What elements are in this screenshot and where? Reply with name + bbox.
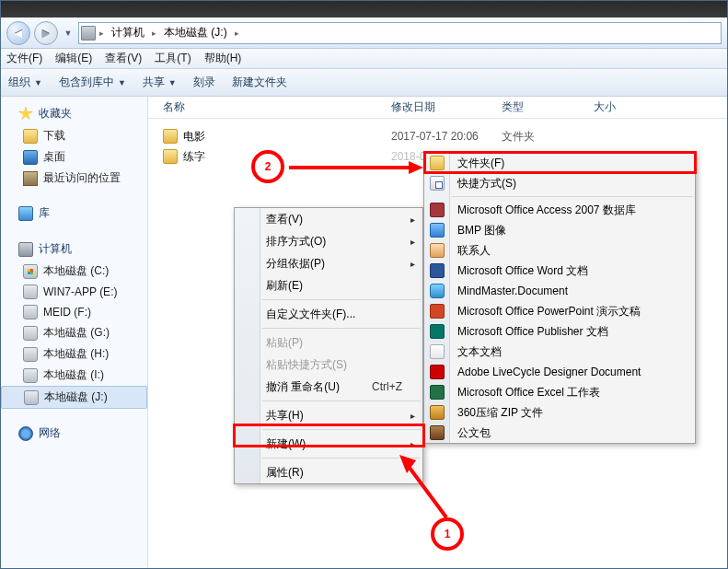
sidebar-recent[interactable]: 最近访问的位置 (1, 168, 147, 189)
sidebar-network[interactable]: ▾网络 (1, 422, 147, 445)
toolbar-burn[interactable]: 刻录 (193, 75, 215, 90)
sidebar-drive-c[interactable]: 本地磁盘 (C:) (1, 261, 147, 282)
menubar: 文件(F) 编辑(E) 查看(V) 工具(T) 帮助(H) (1, 49, 727, 69)
file-row[interactable]: 电影 2017-07-17 20:06 文件夹 (148, 126, 727, 146)
bmp-icon (430, 223, 445, 238)
toolbar: 组织▼ 包含到库中▼ 共享▼ 刻录 新建文件夹 (1, 69, 727, 97)
breadcrumb-drive[interactable]: 本地磁盘 (J:) (160, 25, 231, 41)
menu-tools[interactable]: 工具(T) (155, 51, 191, 66)
ctx-sort[interactable]: 排序方式(O) (235, 230, 422, 252)
sidebar-computer[interactable]: ▾计算机 (1, 238, 147, 261)
excel-icon (430, 385, 445, 400)
menu-view[interactable]: 查看(V) (105, 51, 142, 66)
navbar: ◄ ► ▼ ▸ 计算机 ▸ 本地磁盘 (J:) ▸ (1, 17, 727, 49)
context-menu-main: 查看(V) 排序方式(O) 分组依据(P) 刷新(E) 自定义文件夹(F)...… (234, 207, 423, 484)
ctx-properties[interactable]: 属性(R) (235, 461, 422, 483)
ctx-new-excel[interactable]: Microsoft Office Excel 工作表 (424, 382, 695, 402)
toolbar-include[interactable]: 包含到库中▼ (59, 75, 126, 90)
ctx-new-mindmaster[interactable]: MindMaster.Document (424, 281, 695, 301)
toolbar-share[interactable]: 共享▼ (143, 75, 177, 90)
drive-icon (23, 347, 38, 362)
col-date[interactable]: 修改日期 (391, 99, 502, 115)
drive-icon (81, 26, 96, 41)
ctx-new-briefcase[interactable]: 公文包 (424, 423, 695, 443)
sidebar-drive-j[interactable]: 本地磁盘 (J:) (1, 386, 147, 409)
breadcrumb-sep: ▸ (152, 29, 156, 38)
contact-icon (430, 243, 445, 258)
drive-icon (23, 264, 38, 279)
desktop-icon (23, 150, 38, 165)
recent-icon (23, 171, 38, 186)
toolbar-newfolder[interactable]: 新建文件夹 (232, 75, 287, 90)
mindmaster-icon (430, 284, 445, 298)
folder-icon (430, 156, 445, 170)
breadcrumb-computer[interactable]: 计算机 (108, 25, 148, 41)
library-icon (18, 206, 33, 221)
ctx-new-folder[interactable]: 文件夹(F) (424, 153, 695, 173)
sidebar-favorites[interactable]: ▾收藏夹 (1, 102, 147, 125)
context-menu-new: 文件夹(F) 快捷方式(S) Microsoft Office Access 2… (423, 152, 696, 444)
drive-icon (23, 368, 38, 383)
menu-file[interactable]: 文件(F) (6, 51, 42, 66)
sidebar: ▾收藏夹 下载 桌面 最近访问的位置 ▾库 ▾计算机 本地磁盘 (C:) WIN… (1, 97, 148, 568)
folder-icon (163, 129, 178, 144)
sidebar-drive-g[interactable]: 本地磁盘 (G:) (1, 322, 147, 343)
menu-edit[interactable]: 编辑(E) (55, 51, 92, 66)
ctx-paste: 粘贴(P) (235, 331, 422, 354)
ctx-new-access[interactable]: Microsoft Office Access 2007 数据库 (424, 200, 695, 220)
back-button[interactable]: ◄ (6, 21, 30, 45)
sidebar-drive-e[interactable]: WIN7-APP (E:) (1, 282, 147, 302)
drive-icon (23, 305, 38, 319)
sidebar-libraries[interactable]: ▾库 (1, 202, 147, 225)
col-size[interactable]: 大小 (594, 99, 727, 115)
ppt-icon (430, 304, 445, 319)
sidebar-desktop[interactable]: 桌面 (1, 146, 147, 168)
ctx-new-adobe[interactable]: Adobe LiveCycle Designer Document (424, 362, 695, 382)
sidebar-drive-f[interactable]: MEID (F:) (1, 302, 147, 322)
folder-icon (23, 129, 38, 144)
breadcrumb-sep: ▸ (235, 29, 239, 38)
sidebar-drive-h[interactable]: 本地磁盘 (H:) (1, 343, 147, 365)
ctx-view[interactable]: 查看(V) (235, 208, 422, 230)
folder-icon (163, 149, 178, 164)
ctx-new-txt[interactable]: 文本文档 (424, 342, 695, 362)
sidebar-downloads[interactable]: 下载 (1, 125, 147, 146)
zip-icon (430, 405, 445, 420)
col-type[interactable]: 类型 (502, 99, 594, 115)
network-icon (18, 426, 33, 441)
ctx-new-zip[interactable]: 360压缩 ZIP 文件 (424, 402, 695, 423)
ctx-undo[interactable]: 撤消 重命名(U)Ctrl+Z (235, 376, 422, 398)
toolbar-organize[interactable]: 组织▼ (8, 75, 42, 90)
word-icon (430, 263, 445, 278)
drive-icon (24, 390, 39, 405)
titlebar (1, 1, 727, 17)
briefcase-icon (430, 425, 445, 440)
col-name[interactable]: 名称 (148, 99, 391, 115)
ctx-share[interactable]: 共享(H) (235, 404, 422, 426)
menu-help[interactable]: 帮助(H) (204, 51, 242, 66)
history-dropdown[interactable]: ▼ (62, 21, 75, 45)
computer-icon (18, 242, 33, 257)
ctx-new[interactable]: 新建(W) (235, 433, 422, 455)
forward-button[interactable]: ► (34, 21, 58, 45)
star-icon (18, 107, 33, 122)
ctx-group[interactable]: 分组依据(P) (235, 252, 422, 274)
address-bar[interactable]: ▸ 计算机 ▸ 本地磁盘 (J:) ▸ (78, 22, 722, 44)
text-icon (430, 344, 445, 359)
ctx-new-ppt[interactable]: Microsoft Office PowerPoint 演示文稿 (424, 301, 695, 321)
ctx-new-bmp[interactable]: BMP 图像 (424, 220, 695, 240)
ctx-customize[interactable]: 自定义文件夹(F)... (235, 303, 422, 325)
ctx-new-contact[interactable]: 联系人 (424, 240, 695, 261)
shortcut-icon (430, 176, 445, 191)
ctx-refresh[interactable]: 刷新(E) (235, 274, 422, 296)
ctx-new-shortcut[interactable]: 快捷方式(S) (424, 173, 695, 193)
drive-icon (23, 284, 38, 299)
ctx-paste-shortcut: 粘贴快捷方式(S) (235, 354, 422, 376)
ctx-new-word[interactable]: Microsoft Office Word 文档 (424, 261, 695, 281)
publisher-icon (430, 324, 445, 339)
column-headers: 名称 修改日期 类型 大小 (148, 97, 727, 119)
adobe-icon (430, 365, 445, 379)
sidebar-drive-i[interactable]: 本地磁盘 (I:) (1, 365, 147, 386)
drive-icon (23, 326, 38, 341)
ctx-new-publisher[interactable]: Microsoft Office Publisher 文档 (424, 321, 695, 342)
